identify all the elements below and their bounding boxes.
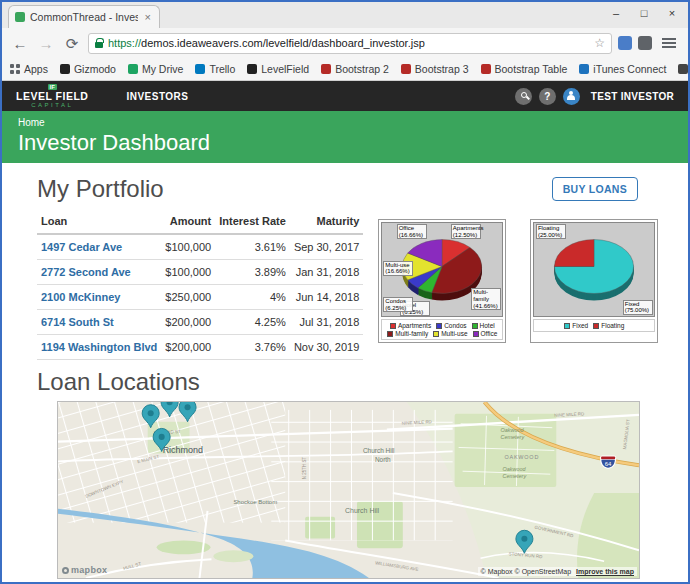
legend-swatch-icon xyxy=(436,323,442,329)
legend-label: Office xyxy=(481,330,498,337)
pie-slice-label: Apartments (12.50%) xyxy=(451,224,481,239)
table-row: 1194 Washington Blvd$200,0003.76%Nov 30,… xyxy=(37,335,363,360)
levelfield-logo-mark-icon: lF xyxy=(48,84,57,90)
legend-label: Floating xyxy=(601,322,624,329)
bookmark-apps[interactable]: Apps xyxy=(10,63,48,75)
bookmark-favicon-icon xyxy=(321,64,331,74)
map-label: Oakwood xyxy=(502,467,526,473)
apps-grid-icon xyxy=(10,64,20,74)
loan-rate: 4% xyxy=(215,285,290,310)
col-loan: Loan xyxy=(37,211,161,234)
legend-label: Apartments xyxy=(398,322,431,329)
loan-link[interactable]: 2772 Second Ave xyxy=(41,266,131,278)
bookmark-item[interactable]: IcoMoon xyxy=(678,63,688,75)
legend-swatch-icon xyxy=(564,323,570,329)
buy-loans-button[interactable]: BUY LOANS xyxy=(552,177,638,201)
loan-link[interactable]: 1497 Cedar Ave xyxy=(41,241,122,253)
table-row: 2100 McKinney$250,0004%Jun 14, 2018 xyxy=(37,285,363,310)
bookmark-label: Apps xyxy=(24,63,48,75)
property-type-pie-chart: Apartments (12.50%)Multi-family (41.66%)… xyxy=(378,219,506,343)
loan-amount: $250,000 xyxy=(161,285,215,310)
map-label: North xyxy=(375,457,391,464)
url-scheme: https:// xyxy=(108,37,141,49)
portfolio-row: Loan Amount Interest Rate Maturity 1497 … xyxy=(37,205,638,360)
loan-link[interactable]: 6714 South St xyxy=(41,316,114,328)
legend-swatch-icon xyxy=(473,331,479,337)
breadcrumb-home[interactable]: Home xyxy=(18,117,672,128)
legend-label: Multi-use xyxy=(441,330,467,337)
charts-area: Apartments (12.50%)Multi-family (41.66%)… xyxy=(378,219,658,343)
bookmark-item[interactable]: iTunes Connect xyxy=(579,63,666,75)
pie-legend: ApartmentsCondosHotelMulti-familyMulti-u… xyxy=(381,319,503,340)
back-button[interactable]: ← xyxy=(10,36,30,51)
extension-icon[interactable] xyxy=(638,36,652,50)
bookmark-item[interactable]: LevelField xyxy=(247,63,309,75)
mapbox-attribution: © Mapbox xyxy=(481,568,513,575)
extension-icon[interactable] xyxy=(618,36,632,50)
loan-maturity: Sep 30, 2017 xyxy=(290,234,363,260)
loan-rate: 3.89% xyxy=(215,260,290,285)
forward-button[interactable]: → xyxy=(36,36,56,51)
map-canvas[interactable]: 64 RichmondChurch HillChurch HillNorthSh… xyxy=(57,401,640,579)
pie-slice-label: Floating (25.00%) xyxy=(536,224,566,239)
user-icon[interactable] xyxy=(563,88,580,105)
loan-amount: $100,000 xyxy=(161,234,215,260)
pie-plot: Fixed (75.00%)Floating (25.00%) xyxy=(533,222,655,317)
bookmark-favicon-icon xyxy=(579,64,589,74)
legend-item: Condos xyxy=(436,322,466,329)
bookmark-item[interactable]: My Drive xyxy=(128,63,183,75)
tab-close-icon[interactable]: × xyxy=(143,11,153,23)
bookmark-label: Bootstrap 3 xyxy=(415,63,469,75)
bookmark-item[interactable]: Bootstrap 3 xyxy=(401,63,469,75)
bookmark-star-icon[interactable]: ☆ xyxy=(594,36,605,50)
user-name[interactable]: TEST INVESTOR xyxy=(591,91,674,102)
browser-menu-icon[interactable] xyxy=(662,37,676,49)
loan-amount: $100,000 xyxy=(161,260,215,285)
bookmark-label: Gizmodo xyxy=(74,63,116,75)
bookmark-item[interactable]: Gizmodo xyxy=(60,63,116,75)
address-bar[interactable]: https://demos.ideaweavers.com/levelfield… xyxy=(88,33,612,54)
nav-investors[interactable]: INVESTORS xyxy=(126,91,188,102)
map-attribution: © Mapbox © OpenStreetMap Improve this ma… xyxy=(478,567,637,576)
bookmark-favicon-icon xyxy=(60,64,70,74)
improve-map-link[interactable]: Improve this map xyxy=(576,568,634,575)
table-row: 2772 Second Ave$100,0003.89%Jan 31, 2018 xyxy=(37,260,363,285)
window-maximize-button[interactable]: □ xyxy=(630,3,658,23)
table-header-row: Loan Amount Interest Rate Maturity xyxy=(37,211,363,234)
col-interest-rate: Interest Rate xyxy=(215,211,290,234)
pie-slice-label: Condos (6.25%) xyxy=(383,297,413,312)
portfolio-heading: My Portfolio xyxy=(37,175,164,203)
reload-button[interactable]: ⟳ xyxy=(62,36,82,51)
map-label: N 25TH ST xyxy=(302,457,307,479)
bookmark-item[interactable]: Bootstrap 2 xyxy=(321,63,389,75)
loan-amount: $200,000 xyxy=(161,310,215,335)
legend-item: Multi-use xyxy=(433,330,467,337)
pie-plot: Apartments (12.50%)Multi-family (41.66%)… xyxy=(381,222,503,317)
levelfield-logo[interactable]: lF LEVEL FIELD CAPITAL xyxy=(16,84,88,109)
pie-legend: FixedFloating xyxy=(533,319,655,332)
loan-rate: 3.76% xyxy=(215,335,290,360)
bookmark-label: Bootstrap Table xyxy=(495,63,568,75)
bookmark-item[interactable]: Trello xyxy=(195,63,235,75)
loan-link[interactable]: 1194 Washington Blvd xyxy=(41,341,157,353)
portfolio-table-body: 1497 Cedar Ave$100,0003.61%Sep 30, 20172… xyxy=(37,234,363,360)
bookmark-item[interactable]: Bootstrap Table xyxy=(481,63,568,75)
logo-subtext: CAPITAL xyxy=(31,102,73,108)
legend-item: Office xyxy=(473,330,498,337)
loan-maturity: Jun 14, 2018 xyxy=(290,285,363,310)
bookmark-label: Trello xyxy=(209,63,235,75)
bookmark-label: iTunes Connect xyxy=(593,63,666,75)
mapbox-logo[interactable]: mapbox xyxy=(62,565,107,575)
legend-label: Multi-family xyxy=(395,330,428,337)
help-icon[interactable]: ? xyxy=(539,88,556,105)
loan-amount: $200,000 xyxy=(161,335,215,360)
legend-swatch-icon xyxy=(390,323,396,329)
search-icon[interactable] xyxy=(515,88,532,105)
browser-tab[interactable]: CommonThread - Investor × xyxy=(8,5,160,28)
loan-link[interactable]: 2100 McKinney xyxy=(41,291,120,303)
window-close-button[interactable]: × xyxy=(658,3,686,23)
pie-slice-label: Office (16.66%) xyxy=(397,224,427,239)
legend-item: Fixed xyxy=(564,322,588,329)
map-label: Oakwood xyxy=(500,427,524,433)
window-minimize-button[interactable]: – xyxy=(602,3,630,23)
